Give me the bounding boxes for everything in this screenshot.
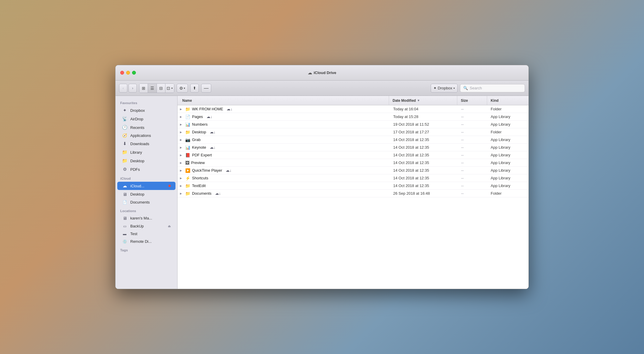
file-kind: App Library — [487, 168, 528, 173]
documents-icloud-icon: 📄 — [122, 200, 127, 204]
col-name-header[interactable]: Name — [178, 99, 389, 103]
file-row-keynote[interactable]: ▶ 📊 Keynote ☁↓ 14 Oct 2018 at 12:35 -- A… — [178, 144, 528, 151]
sidebar-item-karens-mac[interactable]: 🖥 karen's Ma... — [117, 214, 175, 222]
tag-icon: — — [204, 86, 209, 91]
sidebar-item-desktop-icloud[interactable]: 🖥 Desktop — [117, 190, 175, 198]
backup-drive-icon: ▭ — [122, 224, 127, 228]
file-row-documents[interactable]: ▶ 📁 Documents ☁↓ 26 Sep 2018 at 16:48 --… — [178, 190, 528, 197]
downloads-icon: ⬇ — [122, 141, 127, 146]
file-row-quicktime[interactable]: ▶ ▶️ QuickTime Player ☁↓ 14 Oct 2018 at … — [178, 167, 528, 174]
view-icon-button[interactable]: ⊞ — [139, 84, 148, 93]
list-icon: ☰ — [150, 86, 154, 91]
dropbox-button[interactable]: ✦ Dropbox ▾ — [431, 84, 458, 93]
file-row-pdf-expert[interactable]: ▶ 📕 PDF Expert 14 Oct 2018 at 12:35 -- A… — [178, 151, 528, 159]
file-kind: App Library — [487, 176, 528, 180]
action-button[interactable]: ⚙ ▾ — [177, 84, 188, 93]
search-bar[interactable]: 🔍 Search — [460, 84, 525, 92]
view-dropdown-arrow: ▾ — [171, 87, 173, 90]
computer-icon: 🖥 — [122, 216, 127, 221]
recents-icon: 🕐 — [122, 125, 127, 130]
app-icon: 📷 — [185, 137, 190, 142]
file-area: Name Date Modified ▼ Size Kind — [178, 96, 528, 289]
sidebar-item-test[interactable]: ▬ Test — [117, 230, 175, 237]
sidebar-item-downloads[interactable]: ⬇ Downloads — [117, 140, 175, 148]
file-row-name: ▶ 🖼 Preview — [178, 160, 390, 165]
sidebar: Favourites ✦ Dropbox 📡 AirDrop 🕐 Recents… — [116, 96, 178, 289]
view-column-button[interactable]: ⊟ — [157, 84, 165, 93]
finder-window: ☁ iCloud Drive ‹ › ⊞ ☰ ⊟ ⊡ ▾ — [115, 65, 529, 289]
file-date: 26 Sep 2018 at 16:48 — [390, 191, 458, 196]
locations-section-title: Locations — [116, 206, 177, 214]
minimize-button[interactable] — [126, 71, 130, 75]
file-kind: Folder — [487, 130, 528, 134]
desktop-fav-icon: 📁 — [122, 158, 127, 163]
close-button[interactable] — [120, 71, 124, 75]
file-date: 17 Oct 2018 at 17:27 — [390, 130, 458, 134]
file-row-name: ▶ 📄 Pages ☁↓ — [178, 114, 390, 119]
file-size: -- — [458, 130, 487, 134]
tags-section-title: Tags — [116, 245, 177, 253]
grid-icon: ⊞ — [142, 86, 145, 91]
action-dropdown-arrow: ▾ — [184, 87, 185, 90]
file-date: 14 Oct 2018 at 12:35 — [390, 160, 458, 165]
file-size: -- — [458, 160, 487, 165]
columns-icon: ⊟ — [159, 86, 163, 91]
disc-icon: 💿 — [122, 240, 127, 244]
file-size: -- — [458, 122, 487, 127]
col-kind-header[interactable]: Kind — [487, 99, 528, 103]
forward-button[interactable]: › — [129, 84, 137, 93]
file-size: -- — [458, 176, 487, 180]
file-date: 19 Oct 2018 at 11:52 — [390, 122, 458, 127]
file-kind: App Library — [487, 153, 528, 157]
sidebar-item-icloud-drive[interactable]: ☁ iCloud... — [117, 182, 175, 190]
file-date: 14 Oct 2018 at 12:35 — [390, 137, 458, 142]
file-row-pages[interactable]: ▶ 📄 Pages ☁↓ Today at 15:28 -- App Libra… — [178, 113, 528, 121]
file-kind: App Library — [487, 183, 528, 188]
file-size: -- — [458, 145, 487, 150]
dropbox-sidebar-icon: ✦ — [122, 108, 127, 113]
file-kind: App Library — [487, 114, 528, 119]
sidebar-item-applications[interactable]: 🧭 Applications — [117, 132, 175, 139]
sidebar-item-dropbox[interactable]: ✦ Dropbox — [117, 106, 175, 114]
file-row-preview[interactable]: ▶ 🖼 Preview 14 Oct 2018 at 12:35 -- App … — [178, 159, 528, 167]
file-row-desktop[interactable]: ▶ 📁 Desktop ☁↓ 17 Oct 2018 at 17:27 -- F… — [178, 128, 528, 136]
share-button[interactable]: ⬆ — [190, 84, 199, 93]
sidebar-item-library[interactable]: 📁 Library — [117, 148, 175, 156]
sidebar-item-backup[interactable]: ▭ BackUp ⏏ — [117, 222, 175, 230]
cloud-download-icon: ☁↓ — [226, 168, 232, 173]
file-row-shortcuts[interactable]: ▶ ⚡ Shortcuts 14 Oct 2018 at 12:35 -- Ap… — [178, 174, 528, 182]
sidebar-item-recents[interactable]: 🕐 Recents — [117, 123, 175, 132]
toolbar: ‹ › ⊞ ☰ ⊟ ⊡ ▾ ⚙ ▾ ⬆ — [116, 81, 528, 96]
file-kind: App Library — [487, 137, 528, 142]
test-drive-icon: ▬ — [122, 232, 127, 236]
file-size: -- — [458, 107, 487, 111]
col-size-header[interactable]: Size — [457, 99, 487, 103]
sidebar-item-documents-icloud[interactable]: 📄 Documents — [117, 199, 175, 206]
back-button[interactable]: ‹ — [119, 84, 127, 93]
sidebar-item-pdfs[interactable]: ⚙ PDFs — [117, 165, 175, 173]
file-date: 14 Oct 2018 at 12:35 — [390, 145, 458, 150]
col-date-header[interactable]: Date Modified ▼ — [389, 99, 457, 103]
cover-icon: ⊡ — [167, 86, 170, 91]
file-date: 14 Oct 2018 at 12:35 — [390, 153, 458, 157]
gear-icon: ⚙ — [179, 86, 183, 91]
folder-icon: 📁 — [185, 183, 190, 188]
file-row-name: ▶ 📕 PDF Expert — [178, 153, 390, 158]
view-cover-button[interactable]: ⊡ ▾ — [165, 84, 174, 93]
dropbox-label: Dropbox — [438, 86, 452, 90]
backup-eject-button[interactable]: ⏏ — [168, 224, 171, 228]
maximize-button[interactable] — [132, 71, 136, 75]
cloud-download-icon: ☁↓ — [215, 191, 221, 196]
tag-button[interactable]: — — [201, 84, 211, 93]
sidebar-item-desktop-fav[interactable]: 📁 Desktop — [117, 157, 175, 165]
sidebar-item-airdrop[interactable]: 📡 AirDrop — [117, 115, 175, 123]
file-row-wk-from-home[interactable]: ▶ 📁 WK FROM HOME ☁↓ Today at 16:04 -- Fo… — [178, 105, 528, 113]
expand-arrow-icon: ▶ — [180, 184, 183, 187]
view-list-button[interactable]: ☰ — [148, 84, 157, 93]
file-row-numbers[interactable]: ▶ 📊 Numbers 19 Oct 2018 at 11:52 -- App … — [178, 121, 528, 128]
file-row-textedit[interactable]: ▶ 📁 TextEdit 14 Oct 2018 at 12:35 -- App… — [178, 182, 528, 190]
app-icon: 🖼 — [185, 160, 189, 165]
sidebar-item-remote-di[interactable]: 💿 Remote Di... — [117, 238, 175, 245]
file-row-grab[interactable]: ▶ 📷 Grab 14 Oct 2018 at 12:35 -- App Lib… — [178, 136, 528, 144]
file-date: Today at 15:28 — [390, 114, 458, 119]
